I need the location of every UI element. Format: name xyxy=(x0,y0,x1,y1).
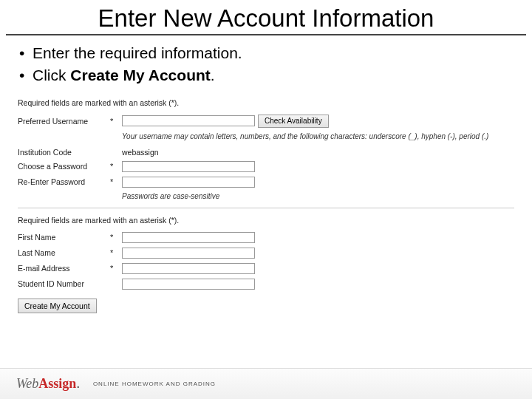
studentid-label: Student ID Number xyxy=(18,279,110,288)
password-label: Choose a Password xyxy=(18,162,110,171)
password2-label: Re-Enter Password xyxy=(18,177,110,186)
section-divider xyxy=(18,208,514,208)
email-label: E-mail Address xyxy=(18,264,110,273)
bullet-icon: • xyxy=(19,43,33,64)
brand-tagline: ONLINE HOMEWORK AND GRADING xyxy=(93,381,216,387)
required-note-1: Required fields are marked with an aster… xyxy=(18,98,514,107)
bullet-2-pre: Click xyxy=(33,66,70,83)
bullet-2: •Click Create My Account. xyxy=(19,65,513,86)
bullet-icon: • xyxy=(19,65,33,86)
email-input[interactable] xyxy=(122,263,255,274)
password2-required: * xyxy=(110,177,122,186)
brand-web-text: Web xyxy=(16,376,38,391)
lastname-required: * xyxy=(110,248,122,257)
username-label: Preferred Username xyxy=(18,117,110,126)
password-helper: Passwords are case-sensitive xyxy=(122,192,514,200)
institution-value: webassign xyxy=(122,148,159,157)
instruction-bullets: •Enter the required information. •Click … xyxy=(19,43,513,86)
create-my-account-button[interactable]: Create My Account xyxy=(18,299,97,313)
firstname-input[interactable] xyxy=(122,232,255,243)
username-required: * xyxy=(110,117,122,126)
bullet-1-text: Enter the required information. xyxy=(33,44,242,61)
bullet-2-post: . xyxy=(211,66,215,83)
brand-footer: WebAssign. ONLINE HOMEWORK AND GRADING xyxy=(0,368,532,399)
password-required: * xyxy=(110,162,122,171)
brand-assign-text: Assign xyxy=(38,376,76,391)
check-availability-button[interactable]: Check Availability xyxy=(258,115,329,128)
lastname-label: Last Name xyxy=(18,248,110,257)
password-input[interactable] xyxy=(122,161,255,172)
lastname-input[interactable] xyxy=(122,248,255,259)
brand-logo: WebAssign. xyxy=(16,376,80,392)
firstname-required: * xyxy=(110,233,122,242)
brand-dot-text: . xyxy=(76,376,80,391)
firstname-label: First Name xyxy=(18,233,110,242)
password2-input[interactable] xyxy=(122,177,255,188)
institution-label: Institution Code xyxy=(18,148,110,157)
bullet-2-bold: Create My Account xyxy=(70,66,210,83)
studentid-input[interactable] xyxy=(122,279,255,290)
username-helper: Your username may contain letters, numbe… xyxy=(122,132,514,140)
page-title: Enter New Account Information xyxy=(6,0,526,35)
bullet-1: •Enter the required information. xyxy=(19,43,513,64)
account-form: Required fields are marked with an aster… xyxy=(18,98,514,313)
username-input[interactable] xyxy=(122,115,255,126)
required-note-2: Required fields are marked with an aster… xyxy=(18,216,514,225)
email-required: * xyxy=(110,264,122,273)
